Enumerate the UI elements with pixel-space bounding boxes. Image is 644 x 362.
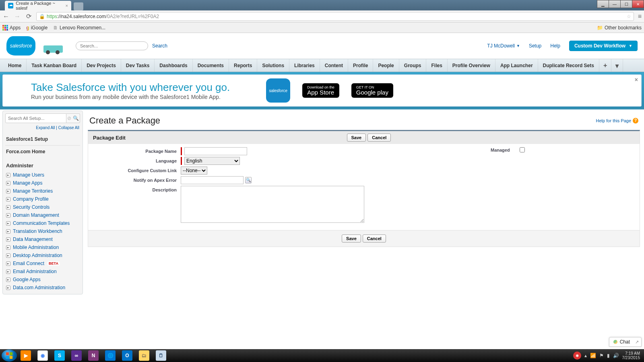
configure-custom-link-select[interactable]: --None-- <box>181 167 207 175</box>
sidebar-item-translation-workbench[interactable]: ▸Translation Workbench <box>5 227 80 235</box>
expand-arrow-icon[interactable]: ▸ <box>6 261 10 266</box>
bookmark-lenovo[interactable]: 🗎 Lenovo Recommen... <box>53 25 105 31</box>
promo-close-icon[interactable]: × <box>635 76 638 83</box>
nav-tab-dashboards[interactable]: Dashboards <box>155 59 192 72</box>
nav-tab-content[interactable]: Content <box>320 59 348 72</box>
forward-icon[interactable]: → <box>14 13 21 20</box>
language-select[interactable]: English <box>184 157 240 165</box>
clear-icon[interactable]: ⊘ <box>67 115 71 121</box>
expand-arrow-icon[interactable]: ▸ <box>6 269 10 274</box>
reload-icon[interactable]: ⟳ <box>25 12 32 20</box>
help-link[interactable]: Help <box>550 43 560 49</box>
nav-tab-duplicate-record-sets[interactable]: Duplicate Record Sets <box>538 59 599 72</box>
taskbar-chrome[interactable]: ◉ <box>35 350 51 361</box>
sidebar-item-communication-templates[interactable]: ▸Communication Templates <box>5 219 80 227</box>
window-minimize-button[interactable]: — <box>609 0 621 8</box>
save-button-bottom[interactable]: Save <box>342 234 361 243</box>
other-bookmarks[interactable]: 📁 Other bookmarks <box>597 25 642 31</box>
setup-link[interactable]: Setup <box>529 43 541 49</box>
cancel-button[interactable]: Cancel <box>367 134 391 142</box>
sidebar-item-company-profile[interactable]: ▸Company Profile <box>5 195 80 203</box>
taskbar-visualstudio[interactable]: ∞ <box>68 350 85 361</box>
save-button[interactable]: Save <box>347 134 366 142</box>
nav-tab-files[interactable]: Files <box>426 59 447 72</box>
app-menu-button[interactable]: Custom Dev Workflow ▼ <box>569 41 638 51</box>
taskbar-mediaplayer[interactable]: ▶ <box>18 350 34 361</box>
nav-tab-home[interactable]: Home <box>3 59 27 72</box>
nav-tab-profile-overview[interactable]: Profile Overview <box>448 59 495 72</box>
taskbar-explorer[interactable]: 🗂 <box>136 350 152 361</box>
nav-tab-dev-projects[interactable]: Dev Projects <box>82 59 121 72</box>
sidebar-item-data-management[interactable]: ▸Data Management <box>5 235 80 243</box>
nav-tab-app-launcher[interactable]: App Launcher <box>495 59 538 72</box>
bookmark-apps[interactable]: Apps <box>2 25 21 31</box>
window-maximize-button[interactable]: ☐ <box>620 0 632 8</box>
battery-icon[interactable]: ▮ <box>607 353 610 358</box>
back-icon[interactable]: ← <box>2 13 10 20</box>
browser-tab-active[interactable]: Create a Package ~ salesf × <box>5 1 71 10</box>
tab-close-icon[interactable]: × <box>66 3 68 8</box>
googleplay-button[interactable]: GET IT ON Google play <box>351 83 393 98</box>
tray-expand-icon[interactable]: ▴ <box>584 353 587 358</box>
expand-arrow-icon[interactable]: ▸ <box>6 189 10 193</box>
url-bar[interactable]: 🔒 https ://na24.salesforce.com /0A2/e?re… <box>36 12 634 21</box>
expand-arrow-icon[interactable]: ▸ <box>6 181 10 185</box>
expand-arrow-icon[interactable]: ▸ <box>6 197 10 202</box>
expand-arrow-icon[interactable]: ▸ <box>6 229 10 234</box>
sidebar-item-domain-management[interactable]: ▸Domain Management <box>5 211 80 219</box>
nav-tab-more[interactable]: ▾ <box>611 59 623 72</box>
appstore-button[interactable]: Download on the App Store <box>302 83 339 98</box>
system-clock[interactable]: 7:19 AM 7/23/2015 <box>622 351 640 360</box>
expand-arrow-icon[interactable]: ▸ <box>6 173 10 177</box>
sidebar-search-input[interactable] <box>5 113 66 123</box>
nav-tab-dev-tasks[interactable]: Dev Tasks <box>121 59 155 72</box>
expand-arrow-icon[interactable]: ▸ <box>6 245 10 250</box>
expand-arrow-icon[interactable]: ▸ <box>6 213 10 218</box>
taskbar-onenote[interactable]: N <box>85 350 101 361</box>
sidebar-item-manage-apps[interactable]: ▸Manage Apps <box>5 179 80 187</box>
nav-tab-people[interactable]: People <box>373 59 399 72</box>
sidebar-salesforce1-setup[interactable]: Salesforce1 Setup <box>5 133 80 145</box>
volume-icon[interactable]: 🔊 <box>613 353 619 358</box>
expand-arrow-icon[interactable]: ▸ <box>6 253 10 258</box>
user-menu[interactable]: TJ McDowell ▼ <box>487 43 520 49</box>
chrome-menu-icon[interactable]: ≡ <box>638 13 642 20</box>
package-name-input[interactable] <box>184 147 247 155</box>
sidebar-item-google-apps[interactable]: ▸Google Apps <box>5 276 80 284</box>
wifi-icon[interactable]: 📶 <box>590 353 596 358</box>
taskbar-notepad[interactable]: 🗒 <box>153 350 169 361</box>
window-minimize2-button[interactable]: ▁ <box>597 0 609 8</box>
managed-checkbox[interactable] <box>520 147 525 152</box>
nav-tab-groups[interactable]: Groups <box>399 59 427 72</box>
nav-tab-libraries[interactable]: Libraries <box>289 59 320 72</box>
expand-arrow-icon[interactable]: ▸ <box>6 237 10 242</box>
flag-icon[interactable]: ⚑ <box>599 353 604 358</box>
expand-arrow-icon[interactable]: ▸ <box>6 221 10 226</box>
sidebar-item-email-administration[interactable]: ▸Email Administration <box>5 267 80 276</box>
nav-tab-task-kanban-board[interactable]: Task Kanban Board <box>27 59 82 72</box>
lookup-icon[interactable]: 🔍 <box>245 177 252 183</box>
notify-apex-error-input[interactable] <box>181 176 244 184</box>
taskbar-outlook[interactable]: O <box>119 350 135 361</box>
start-button[interactable] <box>2 350 17 362</box>
help-for-page-link[interactable]: Help for this Page ? <box>596 118 638 123</box>
nav-tab-reports[interactable]: Reports <box>229 59 257 72</box>
collapse-all-link[interactable]: Collapse All <box>58 125 79 130</box>
sidebar-item-email-connect[interactable]: ▸Email ConnectBETA <box>5 259 80 267</box>
bookmark-igoogle[interactable]: g iGoogle <box>26 25 47 31</box>
expand-all-link[interactable]: Expand All <box>36 125 55 130</box>
sidebar-item-mobile-administration[interactable]: ▸Mobile Administration <box>5 243 80 251</box>
nav-tab-profile[interactable]: Profile <box>348 59 373 72</box>
global-search-input[interactable] <box>76 41 148 50</box>
salesforce-logo-icon[interactable]: salesforce <box>6 36 35 56</box>
expand-arrow-icon[interactable]: ▸ <box>6 278 10 282</box>
sidebar-item-data.com-administration[interactable]: ▸Data.com Administration <box>5 284 80 292</box>
nav-tab-documents[interactable]: Documents <box>193 59 229 72</box>
nav-tab-add[interactable]: + <box>599 59 611 72</box>
sidebar-item-manage-users[interactable]: ▸Manage Users <box>5 171 80 179</box>
expand-arrow-icon[interactable]: ▸ <box>6 286 10 290</box>
description-textarea[interactable] <box>181 186 364 223</box>
new-tab-button[interactable] <box>74 2 83 10</box>
chat-widget[interactable]: Chat ↗ <box>609 337 642 347</box>
global-search-button[interactable]: Search <box>152 43 167 49</box>
